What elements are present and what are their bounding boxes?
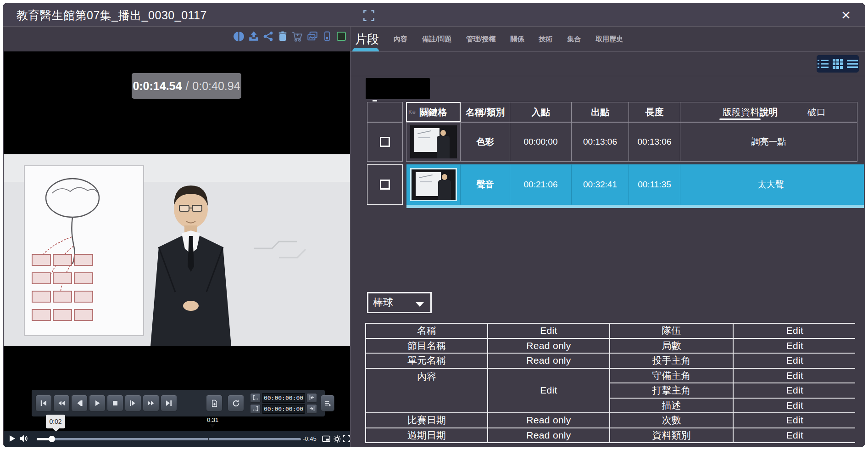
tab-notes[interactable]: 備註/問題: [422, 35, 451, 44]
tab-content[interactable]: 內容: [394, 35, 407, 44]
tab-technical[interactable]: 技術: [539, 35, 552, 44]
grid-view-icon[interactable]: [833, 59, 843, 69]
field-label: 單元名稱: [366, 354, 487, 368]
chevron-down-icon: [416, 302, 424, 307]
timecode-in-field[interactable]: 00:00:00:00: [262, 393, 305, 403]
field-label: 過期日期: [366, 428, 487, 443]
field-label: 隊伍: [610, 324, 733, 338]
volume-icon[interactable]: [19, 434, 28, 443]
field-mode: Read only: [488, 354, 609, 368]
play-icon[interactable]: [9, 435, 16, 442]
time-remaining: -0:45: [303, 435, 317, 442]
field-mode[interactable]: Edit: [734, 369, 856, 383]
field-mode[interactable]: Edit: [734, 399, 856, 413]
keyframe-thumbnail[interactable]: [410, 125, 457, 158]
row2-checkbox[interactable]: [380, 180, 390, 190]
field-label: 局數: [610, 339, 733, 353]
transport-controls: 00:00:00:00 00:00:00:00: [32, 390, 325, 416]
rewind-button[interactable]: [53, 395, 70, 411]
table-row-selected[interactable]: 聲音 00:21:06 00:32:41 00:11:35 太大聲: [406, 164, 864, 205]
keyframe-cell[interactable]: [406, 122, 461, 162]
table-row[interactable]: 色彩 00:00;00 00:13:06 00:13:06 調亮一點: [406, 122, 857, 162]
tab-segments[interactable]: 片段: [355, 31, 379, 47]
keyframe-tooltip: Ke: [408, 108, 416, 115]
field-mode: Read only: [488, 339, 609, 353]
timecode-overlay: 0:0:14.54 / 0:0:40.94: [132, 73, 241, 99]
segment-description: 太大聲: [680, 164, 861, 205]
field-label: 次數: [610, 413, 733, 428]
mark-in-button[interactable]: [250, 393, 261, 403]
field-label: 投手主角: [610, 354, 733, 368]
field-mode[interactable]: Edit: [734, 354, 856, 368]
trash-icon[interactable]: [277, 30, 288, 42]
compare-icon[interactable]: [233, 30, 245, 42]
cart-icon[interactable]: [291, 30, 303, 42]
view-toggle: [817, 55, 859, 73]
images-icon[interactable]: [306, 30, 318, 42]
goto-end-button[interactable]: [161, 395, 177, 411]
playlist-button[interactable]: [321, 395, 334, 411]
play-button[interactable]: [89, 395, 106, 411]
title-bar: 教育醫生館第07集_播出_0030_0117 ×: [3, 3, 865, 27]
keyframe-cell[interactable]: [406, 164, 461, 205]
col-duration: 長度: [629, 102, 680, 122]
step-back-button[interactable]: [71, 395, 88, 411]
field-mode[interactable]: Edit: [734, 413, 856, 428]
field-mode[interactable]: Edit: [734, 324, 856, 338]
loop-button[interactable]: [228, 395, 244, 411]
field-mode[interactable]: Edit: [488, 324, 609, 338]
frame-icon[interactable]: [336, 30, 347, 42]
create-subclip-button[interactable]: [206, 395, 223, 411]
close-icon[interactable]: ×: [837, 5, 855, 25]
tab-rights[interactable]: 管理/授權: [466, 35, 495, 44]
page-title: 教育醫生館第07集_播出_0030_0117: [17, 8, 207, 23]
category-value: 棒球: [373, 296, 393, 309]
upload-icon[interactable]: [248, 30, 260, 42]
segments-table-header: Ke 關鍵格 名稱/類別 入點 出點 長度 說明: [406, 102, 857, 122]
seek-handle[interactable]: [49, 436, 55, 442]
tab-relations[interactable]: 關係: [510, 35, 524, 44]
expand-icon[interactable]: [363, 10, 374, 21]
segment-duration: 00:11:35: [629, 164, 680, 205]
field-mode[interactable]: Edit: [734, 428, 856, 443]
col-name: 名稱/類別: [460, 102, 510, 122]
gear-icon[interactable]: [333, 435, 341, 443]
tab-history[interactable]: 取用歷史: [595, 35, 623, 44]
timecode-out-field[interactable]: 00:00:00:00: [262, 404, 305, 414]
field-mode: Read only: [488, 413, 609, 428]
fullscreen-icon[interactable]: [343, 435, 350, 442]
subtab-bar: 版段資料 破口: [350, 51, 865, 76]
current-time: 0:0:14.54: [133, 79, 182, 93]
jump-out-button[interactable]: [306, 404, 317, 414]
field-mode[interactable]: Edit: [488, 369, 609, 413]
category-dropdown[interactable]: 棒球: [367, 292, 432, 313]
jump-in-button[interactable]: [306, 393, 317, 403]
share-icon[interactable]: [263, 30, 274, 42]
field-mode[interactable]: Edit: [734, 383, 856, 398]
tab-collections[interactable]: 集合: [567, 35, 581, 44]
selected-row-glow: [406, 205, 864, 208]
fast-forward-button[interactable]: [143, 395, 159, 411]
row1-checkbox[interactable]: [380, 137, 390, 147]
col-description: 說明: [680, 102, 857, 122]
total-time: 0:0:40.94: [192, 79, 240, 93]
row-view-icon[interactable]: [847, 59, 858, 69]
goto-start-button[interactable]: [35, 395, 52, 411]
seek-marker-label: 0:31: [207, 416, 218, 423]
col-in: 入點: [510, 102, 572, 122]
list-view-icon[interactable]: [818, 59, 829, 69]
segment-in: 00:21:06: [510, 164, 572, 205]
step-forward-button[interactable]: [125, 395, 141, 411]
timecode-block: 00:00:00:00 00:00:00:00: [250, 393, 317, 414]
field-mode[interactable]: Edit: [734, 339, 856, 353]
field-label: 比賽日期: [366, 413, 487, 428]
video-player[interactable]: 0:0:14.54 / 0:0:40.94 00:00:00:00: [4, 51, 350, 431]
seek-bar[interactable]: [37, 438, 301, 440]
mobile-icon[interactable]: [322, 30, 333, 42]
stop-button[interactable]: [107, 395, 123, 411]
pip-icon[interactable]: [322, 435, 330, 443]
segment-duration: 00:13:06: [629, 122, 680, 162]
segment-description: 調亮一點: [680, 122, 857, 162]
mark-out-button[interactable]: [250, 404, 261, 414]
keyframe-thumbnail[interactable]: [410, 168, 457, 201]
